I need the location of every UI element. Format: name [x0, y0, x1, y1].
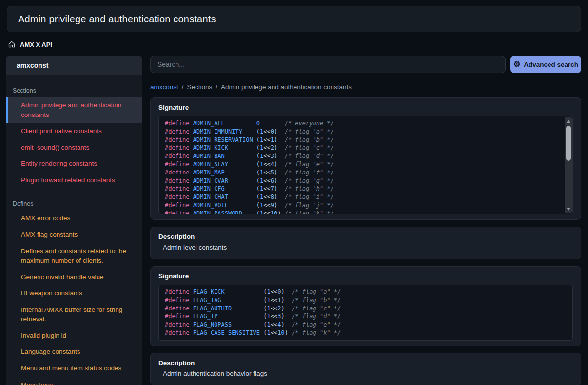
code-keyword: #define [165, 193, 193, 200]
sidebar-item[interactable]: emit_sound() constants [6, 139, 142, 156]
page: Admin privilege and authentication const… [0, 0, 588, 385]
code-comment: /* everyone */ [285, 120, 334, 127]
code-constant-name: ADMIN_ALL [193, 120, 256, 127]
code-token: 1 [267, 313, 271, 320]
code-line: #define ADMIN_BAN (1<<3) /* flag "d" */ [165, 152, 558, 160]
code-token: ( [256, 161, 260, 168]
code-token: 1 [267, 321, 271, 328]
code-token: ) [281, 313, 292, 320]
code-constant-name: ADMIN_PASSWORD [193, 210, 256, 214]
description-text: Admin level constants [163, 244, 573, 252]
code-line: #define ADMIN_VOTE (1<<9) /* flag "j" */ [165, 201, 558, 210]
code-comment: /* flag "d" */ [292, 313, 341, 320]
sidebar-item[interactable]: Admin privilege and authentication const… [6, 97, 142, 123]
code-block: #define ADMIN_ALL 0 /* everyone */#defin… [158, 116, 573, 214]
code-line: #define ADMIN_SLAY (1<<4) /* flag "e" */ [165, 160, 558, 169]
scrollbar-down-button[interactable] [567, 208, 570, 211]
code-token: 1 [267, 297, 271, 304]
code-line: #define ADMIN_CHAT (1<<8) /* flag "i" */ [165, 193, 558, 201]
advanced-search-label: Advanced search [524, 61, 578, 68]
card-label: Signature [158, 272, 573, 281]
code-token: 1 [267, 289, 271, 295]
code-token: << [271, 313, 277, 320]
sidebar-module-title: amxconst [6, 56, 142, 75]
code-constant-name: ADMIN_IMMUNITY [193, 128, 256, 135]
sidebar-divider [12, 193, 137, 193]
scrollbar-track[interactable] [565, 117, 572, 213]
code-token: ( [256, 210, 260, 214]
sidebar-item[interactable]: Defines and constants related to the max… [6, 243, 142, 269]
sidebar-nav: SectionsAdmin privilege and authenticati… [6, 80, 142, 385]
code-line: #define FLAG_IP (1<<3) /* flag "d" */ [165, 312, 558, 321]
code-comment: /* flag "f" */ [285, 169, 334, 176]
code-constant-name: ADMIN_SLAY [193, 161, 256, 168]
code-constant-name: FLAG_AUTHID [193, 305, 264, 312]
code-token: << [263, 177, 270, 184]
code-constant-name: FLAG_CASE_SENSITIVE [193, 329, 264, 336]
code-keyword: #define [165, 202, 193, 209]
card-label: Signature [158, 104, 573, 112]
code-keyword: #define [165, 329, 193, 336]
code-line: #define FLAG_CASE_SENSITIVE (1<<10) /* f… [165, 329, 558, 337]
code-keyword: #define [165, 120, 193, 127]
code-constant-name: ADMIN_CFG [193, 185, 256, 192]
description-text: Admin authentication behavior flags [163, 370, 573, 379]
sidebar-group-label: Defines [13, 200, 136, 207]
site-name-link[interactable]: AMX X API [20, 41, 52, 48]
sidebar-item[interactable]: Client print native constants [6, 123, 142, 139]
code-constant-name: ADMIN_CVAR [193, 177, 256, 184]
sidebar: amxconst SectionsAdmin privilege and aut… [6, 56, 142, 385]
code-token: ) [274, 185, 285, 192]
code-line: #define ADMIN_IMMUNITY (1<<0) /* flag "a… [165, 128, 558, 136]
code-token: << [263, 210, 270, 214]
code-token: << [263, 128, 270, 135]
home-icon[interactable] [8, 40, 16, 48]
sidebar-item[interactable]: Internal AMXX buffer size for string ret… [6, 302, 142, 327]
sidebar-item[interactable]: HI weapon constants [6, 285, 142, 302]
code-comment: /* flag "c" */ [285, 144, 334, 151]
code-token: ( [256, 128, 260, 135]
sidebar-item[interactable]: AMX error codes [6, 210, 142, 227]
description-card: DescriptionAdmin level constants [150, 227, 581, 259]
code-token: ( [263, 313, 267, 320]
sidebar-item[interactable]: Menu and menu item status codes [6, 360, 142, 377]
code-line: #define FLAG_TAG (1<<1) /* flag "b" */ [165, 296, 558, 305]
code-token: 9 [271, 202, 274, 209]
code-token: << [271, 289, 277, 295]
sidebar-item[interactable]: Generic invalid handle value [6, 269, 142, 286]
sidebar-item[interactable]: Entity rendering constants [6, 155, 142, 172]
code-comment: /* flag "h" */ [285, 185, 334, 192]
sidebar-item[interactable]: Language constants [6, 344, 142, 360]
code-constant-name: ADMIN_VOTE [193, 202, 256, 209]
code-token: << [263, 136, 270, 143]
signature-card: Signature#define ADMIN_ALL 0 /* everyone… [150, 97, 581, 220]
description-card: DescriptionAdmin authentication behavior… [150, 353, 581, 385]
code-keyword: #define [165, 289, 193, 295]
sidebar-item[interactable]: Plugin forward related constants [6, 172, 142, 189]
code-keyword: #define [165, 128, 193, 135]
code-token: ) [281, 289, 292, 295]
code-token: ( [263, 297, 267, 304]
code-constant-name: FLAG_NOPASS [193, 321, 264, 328]
code-line: #define ADMIN_ALL 0 /* everyone */ [165, 119, 558, 128]
code-line: #define ADMIN_CVAR (1<<6) /* flag "g" */ [165, 177, 558, 185]
code-token: ( [256, 193, 260, 200]
code-token: << [263, 153, 270, 159]
scrollbar-thumb[interactable] [566, 126, 571, 161]
code-token: << [263, 193, 270, 200]
page-header: Admin privilege and authentication const… [7, 6, 581, 32]
sidebar-item[interactable]: Invalid plugin id [6, 327, 142, 344]
search-input[interactable] [150, 56, 506, 73]
site-row: AMX X API [8, 39, 52, 50]
sidebar-item[interactable]: Menu keys [6, 377, 142, 385]
scrollbar-up-button[interactable] [567, 120, 570, 123]
sidebar-item[interactable]: AMX flag constants [6, 227, 142, 243]
advanced-search-button[interactable]: ⚙ Advanced search [510, 56, 581, 73]
code-token: << [263, 202, 270, 209]
card-label: Description [158, 359, 573, 367]
code-line: #define FLAG_KICK (1<<0) /* flag "a" */ [165, 288, 558, 296]
breadcrumb-module-link[interactable]: amxconst [150, 83, 178, 91]
code-keyword: #define [165, 210, 193, 214]
code-line: #define ADMIN_PASSWORD (1<<10) /* flag "… [165, 210, 558, 214]
card-label: Description [158, 233, 573, 241]
